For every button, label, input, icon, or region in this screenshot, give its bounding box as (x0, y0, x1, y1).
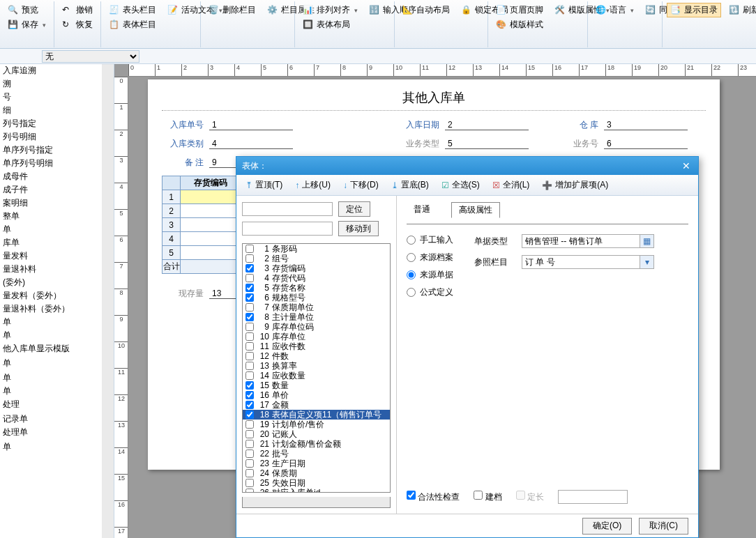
header-col-button[interactable]: 🧾表头栏目 (105, 3, 160, 17)
row-header[interactable]: 4 (162, 232, 181, 246)
tree-item[interactable]: 处理单 (0, 426, 114, 439)
field-item[interactable]: 21计划金额/售价金额 (243, 439, 390, 449)
tree-item[interactable]: 量发料 (0, 249, 114, 263)
radio-manual[interactable]: 手工输入 (407, 234, 453, 246)
field-checkbox[interactable] (245, 459, 254, 468)
field-item[interactable]: 15数量 (243, 381, 390, 390)
doctype-input[interactable] (522, 235, 640, 247)
dialog-titlebar[interactable]: 表体： ✕ (236, 157, 698, 175)
fixed-check[interactable]: 定长 (516, 491, 544, 503)
field-item[interactable]: 11应收件数 (243, 341, 390, 351)
body-grid[interactable]: 存货编码 1 2 3 4 5 合计 (162, 176, 241, 274)
field-checkbox[interactable] (245, 293, 254, 302)
grid-cell[interactable] (181, 232, 241, 246)
field-item[interactable]: 12件数 (243, 351, 390, 361)
doctype-lookup-button[interactable]: ▦ (640, 235, 653, 247)
tree-item[interactable]: (委外) (0, 276, 114, 289)
field-checkbox[interactable] (245, 303, 254, 312)
field-item[interactable]: 26对应入库单id (243, 488, 390, 493)
tree-item[interactable]: 溯 (0, 77, 114, 91)
field-checkbox[interactable] (245, 274, 254, 282)
tree-item[interactable]: 单 (0, 329, 114, 342)
fixed-length-input[interactable] (558, 490, 628, 504)
field-value[interactable]: 5 (445, 139, 529, 149)
tree-item[interactable]: 单序列号指定 (0, 144, 114, 157)
field-item[interactable]: 2组号 (243, 254, 390, 263)
field-value[interactable]: 6 (604, 139, 688, 149)
field-value[interactable]: 1 (209, 120, 293, 130)
field-list-hscroll[interactable] (242, 497, 391, 508)
field-checkbox[interactable] (245, 264, 254, 272)
field-value[interactable]: 4 (209, 139, 293, 149)
field-item[interactable]: 19计划单价/售价 (243, 420, 390, 429)
tree-item[interactable]: 单 (0, 357, 114, 370)
row-header[interactable]: 2 (162, 204, 181, 218)
locate-button[interactable]: 定位 (338, 201, 370, 217)
field-list[interactable]: 1条形码2组号3存货编码4存货代码5存货名称6规格型号7保质期单位8主计量单位9… (242, 243, 391, 493)
tab-advanced[interactable]: 高级属性 (451, 202, 500, 218)
field-item[interactable]: 1条形码 (243, 244, 390, 254)
close-button[interactable]: ✕ (680, 160, 693, 171)
tree-item[interactable]: 量发料（委外） (0, 289, 114, 302)
field-checkbox[interactable] (245, 381, 254, 390)
moveto-input[interactable] (242, 222, 333, 236)
restore-button[interactable]: ↻恢复 (59, 17, 96, 32)
tree-item[interactable]: 成子件 (0, 183, 114, 197)
field-checkbox[interactable] (245, 420, 254, 429)
field-checkbox[interactable] (245, 469, 254, 477)
grid-cell[interactable] (181, 190, 241, 204)
field-item[interactable]: 9库存单位码 (243, 322, 390, 332)
field-checkbox[interactable] (245, 362, 254, 370)
field-item[interactable]: 6规格型号 (243, 293, 390, 302)
row-header[interactable]: 1 (162, 190, 181, 204)
grid-cell[interactable] (181, 246, 241, 260)
tree-item[interactable]: 号 (0, 91, 114, 104)
field-item[interactable]: 14应收数量 (243, 371, 390, 381)
field-checkbox[interactable] (245, 254, 254, 263)
field-checkbox[interactable] (245, 430, 254, 438)
auto-layout-button[interactable]: 📐自动布局 (399, 3, 453, 17)
field-checkbox[interactable] (245, 440, 254, 448)
field-item[interactable]: 13换算率 (243, 361, 390, 371)
delete-col-button[interactable]: 🗑️删除栏目 (205, 3, 259, 17)
refcol-dropdown-button[interactable]: ▾ (640, 256, 653, 268)
radio-ref[interactable]: 来源档案 (407, 252, 453, 263)
tree-item[interactable]: 整单 (0, 210, 114, 223)
row-header[interactable]: 5 (162, 246, 181, 260)
field-checkbox[interactable] (245, 410, 254, 419)
tree-item[interactable]: 列号明细 (0, 130, 114, 144)
tree-item[interactable]: 单 (0, 316, 114, 329)
tree-item[interactable]: 量退补料 (0, 263, 114, 276)
tree-item[interactable]: 细 (0, 104, 114, 117)
row-header[interactable]: 3 (162, 218, 181, 232)
field-item[interactable]: 23生产日期 (243, 459, 390, 468)
archive-check[interactable]: 建档 (474, 491, 501, 503)
tree-scrollbar[interactable] (102, 64, 114, 538)
field-checkbox[interactable] (245, 449, 254, 458)
tree-item[interactable]: 单 (0, 440, 114, 454)
save-button[interactable]: 💾保存▾ (4, 17, 50, 32)
grid-cell[interactable] (181, 204, 241, 218)
undo-button[interactable]: ↶撤销 (59, 3, 96, 17)
template-style-button[interactable]: 🎨模版样式 (492, 17, 547, 32)
tree-item[interactable]: 入库追溯 (0, 64, 114, 77)
tree-item[interactable]: 处理 (0, 398, 114, 411)
field-checkbox[interactable] (245, 391, 254, 399)
body-layout-button[interactable]: 🔲表体布局 (299, 17, 361, 32)
field-item[interactable]: 5存货名称 (243, 283, 390, 293)
bottom-button[interactable]: ⤓置底(B) (386, 177, 434, 193)
tree-item[interactable]: 记录单 (0, 413, 114, 426)
moveto-button[interactable]: 移动到 (338, 221, 379, 236)
tree-item[interactable]: 量退补料（委外） (0, 302, 114, 316)
field-item[interactable]: 4存货代码 (243, 273, 390, 283)
field-item[interactable]: 24保质期 (243, 468, 390, 478)
tab-basic[interactable]: 普通 (407, 202, 437, 217)
field-item[interactable]: 3存货编码 (243, 263, 390, 273)
legal-check[interactable]: 合法性检查 (407, 491, 460, 503)
radio-src[interactable]: 来源单据 (407, 269, 453, 281)
field-checkbox[interactable] (245, 323, 254, 331)
body-col-button[interactable]: 📋表体栏目 (105, 17, 160, 32)
up-button[interactable]: ↑上移(U) (290, 177, 335, 193)
field-checkbox[interactable] (245, 371, 254, 380)
field-item[interactable]: 8主计量单位 (243, 312, 390, 322)
